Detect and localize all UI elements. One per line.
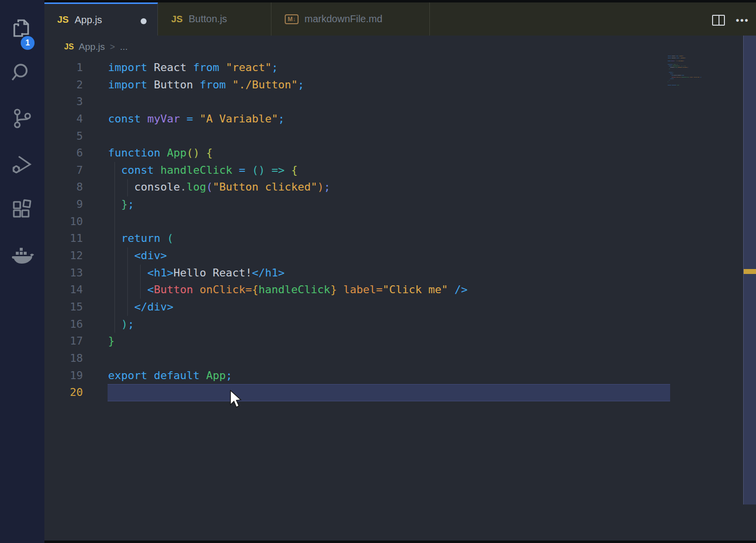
code-token: export default: [668, 84, 677, 85]
code-line[interactable]: import React from "react";: [108, 59, 468, 77]
code-line[interactable]: };: [108, 196, 468, 213]
code-line[interactable]: </div>: [108, 299, 468, 316]
code-token: myVar: [147, 113, 180, 125]
code-line[interactable]: const handleClick = () => {: [108, 162, 468, 179]
line-number: 2: [44, 77, 83, 94]
line-number: 1: [44, 59, 83, 77]
code-token: </h1>: [252, 267, 284, 279]
more-actions-icon[interactable]: •••: [736, 18, 749, 23]
code-token: (): [187, 147, 200, 159]
line-number: 4: [44, 111, 83, 128]
code-token: Button: [671, 57, 676, 58]
code-token: Hello React!: [173, 267, 252, 279]
tab-app-js[interactable]: JS App.js: [44, 2, 158, 36]
code-token: log: [187, 181, 206, 193]
sidebar-item-extensions[interactable]: [0, 195, 44, 225]
vertical-scrollbar[interactable]: [743, 36, 756, 504]
code-token: ): [317, 181, 324, 193]
code-line[interactable]: console.log("Button clicked");: [108, 179, 468, 196]
docker-icon: [10, 244, 34, 268]
line-number: 9: [44, 196, 83, 213]
code-line[interactable]: const myVar = "A Variable";: [108, 111, 468, 128]
code-token: from: [199, 78, 226, 91]
run-debug-icon: [10, 153, 34, 176]
code-token: ;: [670, 68, 670, 69]
code-token: handleClick: [160, 164, 232, 176]
code-line[interactable]: [668, 86, 723, 87]
code-token: Button: [147, 78, 199, 91]
code-line[interactable]: [108, 93, 468, 111]
code-token: [199, 147, 206, 159]
line-number: 19: [44, 367, 83, 385]
line-number: 6: [44, 145, 83, 162]
editor-actions: •••: [712, 5, 749, 36]
code-line[interactable]: [108, 384, 468, 401]
code-token: "A Variable": [199, 113, 278, 125]
code-token: "./Button": [679, 57, 685, 58]
code-token: ;: [324, 181, 330, 193]
minimap-content: import React from "react";import Button …: [668, 55, 723, 87]
code-line[interactable]: }: [108, 333, 468, 350]
code-token: {: [206, 147, 213, 159]
tab-button-js[interactable]: JS Button.js: [158, 2, 271, 36]
code-token: ): [121, 318, 128, 330]
editor-pane: JS App.js > ... 123456789101112131415161…: [44, 36, 756, 543]
line-number: 20: [44, 384, 83, 401]
code-line[interactable]: [108, 350, 468, 367]
code-token: <h1>: [108, 267, 173, 279]
js-file-icon: JS: [57, 14, 69, 25]
code-token: }: [121, 198, 128, 210]
code-line[interactable]: [108, 213, 468, 231]
indent-guide: [127, 179, 128, 196]
line-number: 10: [44, 213, 83, 231]
code-token: onClick=: [193, 283, 252, 296]
code-token: {: [252, 283, 258, 296]
line-number: 18: [44, 350, 83, 367]
extensions-icon: [10, 198, 34, 222]
code-token: handleClick: [682, 77, 689, 78]
code-line[interactable]: <div>: [108, 247, 468, 265]
sidebar-item-explorer[interactable]: 1: [0, 12, 44, 42]
code-token: label=: [337, 283, 383, 296]
code-token: const: [668, 60, 671, 61]
code-line[interactable]: return (: [108, 230, 468, 247]
code-token: () =>: [252, 164, 291, 176]
code-token: (: [673, 72, 674, 73]
code-line[interactable]: function App() {: [108, 145, 468, 162]
code-token: <div>: [108, 249, 167, 262]
code-token: return: [121, 232, 167, 244]
breadcrumb: JS App.js > ...: [64, 39, 128, 55]
breadcrumb-more[interactable]: ...: [120, 41, 128, 52]
code-token: label=: [689, 77, 694, 78]
code-token: "Button clicked": [678, 67, 687, 68]
code-token: import: [668, 57, 671, 58]
sidebar-item-run-debug[interactable]: [0, 150, 44, 179]
code-token: ;: [298, 78, 304, 91]
tab-markdownfile-md[interactable]: M↓ markdownFile.md: [272, 2, 430, 36]
code-line[interactable]: <h1>Hello React!</h1>: [108, 265, 468, 282]
sidebar-item-search[interactable]: [0, 58, 44, 88]
sidebar-item-source-control[interactable]: [0, 104, 44, 133]
overview-ruler-marker: [744, 269, 756, 274]
code-line[interactable]: import Button from "./Button";: [108, 77, 468, 94]
code-token: console: [108, 181, 180, 193]
code-line[interactable]: <Button onClick={handleClick} label="Cli…: [108, 281, 468, 299]
split-editor-icon[interactable]: [712, 15, 725, 26]
indent-guide: [127, 247, 128, 316]
breadcrumb-file[interactable]: App.js: [79, 41, 105, 52]
code-token: "Click me": [693, 77, 699, 78]
mouse-cursor-icon: [229, 390, 243, 409]
code-line[interactable]: [108, 128, 468, 145]
js-file-icon: JS: [64, 42, 74, 51]
code-content[interactable]: import React from "react";import Button …: [108, 59, 468, 401]
minimap[interactable]: import React from "react";import Button …: [668, 55, 723, 159]
code-token: export default: [108, 369, 206, 382]
line-number: 15: [44, 299, 83, 316]
code-line[interactable]: export default App;: [108, 367, 468, 385]
code-token: "Click me": [382, 283, 448, 296]
modified-dot-icon[interactable]: [141, 18, 147, 24]
sidebar-item-docker[interactable]: [0, 241, 44, 271]
code-token: Button: [154, 283, 193, 296]
code-token: />: [700, 77, 702, 78]
code-line[interactable]: );: [108, 316, 468, 333]
